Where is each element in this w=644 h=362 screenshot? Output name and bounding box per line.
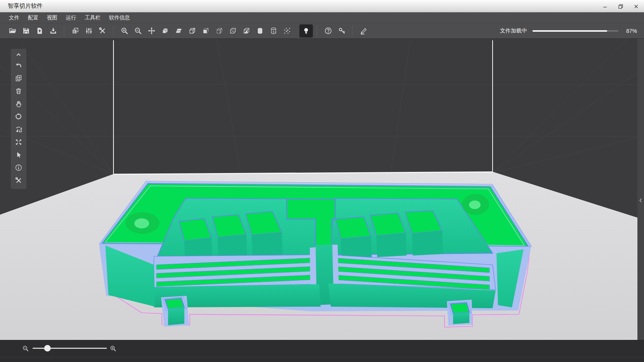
save-icon (22, 27, 30, 35)
zoom-out-icon (134, 27, 142, 35)
toolbar-help-button[interactable] (321, 24, 335, 38)
pan-icon (15, 100, 22, 108)
menu-view[interactable]: 视图 (43, 12, 62, 23)
toolbar-view-cylinder-wire-button[interactable] (267, 24, 280, 38)
title-bar: 智享切片软件 (0, 0, 644, 12)
progress-percent: 87% (624, 28, 637, 34)
sliced-model[interactable] (99, 181, 531, 311)
toolbar-zoom-out-button[interactable] (131, 24, 145, 38)
toolbar-tools-button[interactable] (96, 24, 109, 38)
build-volume-edges (113, 40, 493, 174)
tool-undo-button[interactable] (11, 59, 26, 72)
parameters-icon (85, 27, 93, 35)
view-cylinder-icon (256, 27, 264, 35)
toolbar-key-button[interactable] (335, 24, 349, 38)
view-cutaway-icon (242, 27, 251, 35)
toolbar-machine-button[interactable] (69, 24, 82, 38)
bottom-divider (0, 357, 644, 357)
view-points-icon (283, 27, 291, 35)
tool-model-info-button[interactable] (11, 161, 26, 174)
tool-chevron-up-button[interactable] (11, 50, 26, 59)
open-icon (9, 27, 17, 35)
application-window: 智享切片软件 文件配置视图运行工具栏软件信息 文件加载中 87% (0, 0, 644, 362)
toolbar-view-points-button[interactable] (280, 24, 294, 38)
expand-panel-button[interactable] (638, 197, 644, 205)
viewport-3d[interactable] (0, 39, 644, 340)
toolbar-view-wire-b-button[interactable] (213, 24, 226, 38)
repair-tools-icon (15, 177, 22, 184)
import-model-icon (36, 27, 44, 35)
toolbar-view-cutaway-button[interactable] (240, 24, 253, 38)
minimize-button[interactable] (600, 2, 610, 11)
toolbar-annotate-button[interactable] (357, 24, 371, 38)
menu-config[interactable]: 配置 (24, 12, 43, 23)
menu-file[interactable]: 文件 (5, 12, 24, 23)
key-icon (338, 27, 346, 35)
scene-canvas (0, 39, 644, 340)
right-small-cube[interactable] (447, 300, 472, 326)
zoom-slider-track[interactable] (33, 348, 107, 349)
right-screw-boss (462, 194, 489, 215)
window-close-icon (633, 3, 639, 9)
menu-run[interactable]: 运行 (62, 12, 81, 23)
toolbar-separator (64, 26, 65, 36)
left-vent-slots (153, 255, 319, 287)
view-solid-icon (161, 27, 169, 35)
tool-select-button[interactable] (11, 148, 26, 161)
zoom-in-icon (110, 345, 117, 352)
toolbar-separator (113, 26, 114, 36)
annotate-icon (360, 27, 368, 35)
tool-repair-tools-button[interactable] (11, 174, 26, 187)
menu-toolbar[interactable]: 工具栏 (81, 12, 105, 23)
chevron-up-icon (15, 51, 22, 58)
close-button[interactable] (631, 2, 641, 11)
progress-bar-fill (532, 30, 607, 32)
toolbar-toggle-light-button[interactable] (299, 24, 313, 38)
tool-rotate-button[interactable] (11, 110, 26, 123)
main-toolbar: 文件加载中 87% (0, 23, 644, 39)
toolbar-save-button[interactable] (19, 24, 33, 38)
toolbar-view-sheet-button[interactable] (172, 24, 185, 38)
toolbar-view-solid-button[interactable] (158, 24, 172, 38)
tool-duplicate-button[interactable] (11, 72, 26, 84)
tool-delete-button[interactable] (11, 84, 26, 97)
zoom-slider-handle[interactable] (44, 345, 51, 352)
zoom-in-button[interactable] (110, 345, 117, 352)
toolbar-view-wire-a-button[interactable] (199, 24, 213, 38)
tool-scale-button[interactable] (11, 136, 26, 148)
window-controls (600, 0, 641, 12)
view-sheet-icon (175, 27, 183, 35)
undo-icon (15, 62, 22, 69)
toolbar-view-edges-button[interactable] (185, 24, 199, 38)
tool-pan-button[interactable] (11, 97, 26, 110)
tool-mirror-button[interactable] (11, 123, 26, 136)
toolbar-export-model-button[interactable] (46, 24, 60, 38)
view-edges-icon (188, 27, 196, 35)
toolbar-view-wire-c-button[interactable] (226, 24, 240, 38)
help-icon (324, 27, 332, 35)
toolbar-open-button[interactable] (6, 24, 19, 38)
viewport-grid (0, 39, 644, 174)
toolbar-separator (317, 26, 318, 36)
toggle-light-icon (302, 27, 310, 35)
menu-bar: 文件配置视图运行工具栏软件信息 (0, 12, 644, 23)
restore-button[interactable] (615, 2, 625, 11)
delete-icon (15, 87, 22, 95)
toolbar-view-cylinder-button[interactable] (253, 24, 267, 38)
machine-icon (71, 27, 79, 35)
left-small-cube[interactable] (161, 296, 189, 327)
zoom-out-button[interactable] (22, 345, 29, 352)
window-restore-icon (618, 3, 623, 9)
toolbar-parameters-button[interactable] (82, 24, 96, 38)
export-model-icon (49, 27, 57, 35)
rotate-icon (15, 113, 22, 120)
right-raised-blocks (335, 211, 443, 259)
toolbar-zoom-in-button[interactable] (118, 24, 131, 38)
toolbar-move-view-button[interactable] (145, 24, 158, 38)
window-minimize-icon (602, 3, 608, 9)
zoom-out-icon (22, 345, 29, 352)
toolbar-separator (352, 26, 353, 36)
view-wire-a-icon (202, 27, 210, 35)
toolbar-import-model-button[interactable] (33, 24, 46, 38)
menu-software-info[interactable]: 软件信息 (105, 12, 134, 23)
